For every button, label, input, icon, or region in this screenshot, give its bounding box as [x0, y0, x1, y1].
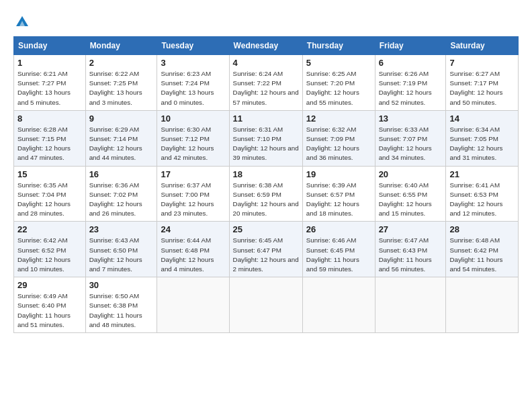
calendar-cell: 12Sunrise: 6:32 AMSunset: 7:09 PMDayligh… — [302, 110, 375, 166]
calendar-week-row: 29Sunrise: 6:49 AMSunset: 6:40 PMDayligh… — [14, 277, 519, 333]
day-info: Sunrise: 6:38 AMSunset: 6:59 PMDaylight:… — [233, 181, 299, 219]
day-info: Sunrise: 6:24 AMSunset: 7:22 PMDaylight:… — [233, 69, 299, 107]
calendar-cell: 28Sunrise: 6:48 AMSunset: 6:42 PMDayligh… — [446, 222, 519, 277]
day-number: 5 — [306, 58, 371, 68]
day-info: Sunrise: 6:33 AMSunset: 7:07 PMDaylight:… — [379, 125, 443, 163]
calendar-cell: 15Sunrise: 6:35 AMSunset: 7:04 PMDayligh… — [14, 166, 86, 222]
day-number: 4 — [233, 58, 299, 68]
calendar-week-row: 1Sunrise: 6:21 AMSunset: 7:27 PMDaylight… — [14, 55, 519, 111]
day-info: Sunrise: 6:47 AMSunset: 6:43 PMDaylight:… — [379, 236, 443, 274]
calendar-cell: 25Sunrise: 6:45 AMSunset: 6:47 PMDayligh… — [229, 222, 302, 277]
calendar-cell: 1Sunrise: 6:21 AMSunset: 7:27 PMDaylight… — [14, 55, 86, 111]
day-number: 17 — [161, 169, 225, 179]
day-number: 11 — [233, 113, 299, 124]
day-info: Sunrise: 6:39 AMSunset: 6:57 PMDaylight:… — [306, 181, 371, 219]
calendar-cell: 5Sunrise: 6:25 AMSunset: 7:20 PMDaylight… — [302, 55, 375, 111]
day-of-week-header: Wednesday — [229, 37, 302, 55]
calendar-cell: 14Sunrise: 6:34 AMSunset: 7:05 PMDayligh… — [446, 110, 519, 166]
day-info: Sunrise: 6:35 AMSunset: 7:04 PMDaylight:… — [17, 181, 82, 219]
calendar-cell — [375, 277, 446, 333]
calendar-cell: 4Sunrise: 6:24 AMSunset: 7:22 PMDaylight… — [229, 55, 302, 111]
calendar-cell: 11Sunrise: 6:31 AMSunset: 7:10 PMDayligh… — [229, 110, 302, 166]
day-info: Sunrise: 6:37 AMSunset: 7:00 PMDaylight:… — [161, 181, 225, 219]
calendar-cell: 20Sunrise: 6:40 AMSunset: 6:55 PMDayligh… — [375, 166, 446, 222]
calendar-cell: 13Sunrise: 6:33 AMSunset: 7:07 PMDayligh… — [375, 110, 446, 166]
day-info: Sunrise: 6:32 AMSunset: 7:09 PMDaylight:… — [306, 125, 371, 163]
day-number: 8 — [17, 113, 82, 124]
day-of-week-header: Thursday — [302, 37, 375, 55]
day-of-week-header: Sunday — [14, 37, 86, 55]
day-info: Sunrise: 6:27 AMSunset: 7:17 PMDaylight:… — [449, 69, 515, 107]
day-info: Sunrise: 6:21 AMSunset: 7:27 PMDaylight:… — [17, 69, 82, 107]
day-number: 15 — [17, 169, 82, 179]
day-info: Sunrise: 6:30 AMSunset: 7:12 PMDaylight:… — [161, 125, 225, 163]
calendar-cell: 7Sunrise: 6:27 AMSunset: 7:17 PMDaylight… — [446, 55, 519, 111]
calendar-cell: 19Sunrise: 6:39 AMSunset: 6:57 PMDayligh… — [302, 166, 375, 222]
day-number: 29 — [17, 280, 82, 290]
day-number: 26 — [306, 224, 371, 234]
day-info: Sunrise: 6:50 AMSunset: 6:38 PMDaylight:… — [89, 291, 154, 330]
calendar-cell: 2Sunrise: 6:22 AMSunset: 7:25 PMDaylight… — [85, 55, 157, 111]
day-info: Sunrise: 6:25 AMSunset: 7:20 PMDaylight:… — [306, 69, 371, 107]
calendar-table: SundayMondayTuesdayWednesdayThursdayFrid… — [13, 36, 519, 333]
calendar-cell — [446, 277, 519, 333]
day-info: Sunrise: 6:40 AMSunset: 6:55 PMDaylight:… — [379, 181, 443, 219]
day-number: 1 — [17, 58, 82, 68]
calendar-cell: 18Sunrise: 6:38 AMSunset: 6:59 PMDayligh… — [229, 166, 302, 222]
day-info: Sunrise: 6:48 AMSunset: 6:42 PMDaylight:… — [449, 236, 515, 274]
calendar-cell: 10Sunrise: 6:30 AMSunset: 7:12 PMDayligh… — [157, 110, 229, 166]
day-number: 7 — [449, 58, 515, 68]
day-of-week-header: Friday — [375, 37, 446, 55]
day-of-week-header: Monday — [85, 37, 157, 55]
day-info: Sunrise: 6:43 AMSunset: 6:50 PMDaylight:… — [89, 236, 154, 274]
day-info: Sunrise: 6:28 AMSunset: 7:15 PMDaylight:… — [17, 125, 82, 163]
day-info: Sunrise: 6:36 AMSunset: 7:02 PMDaylight:… — [89, 181, 154, 219]
calendar-cell: 3Sunrise: 6:23 AMSunset: 7:24 PMDaylight… — [157, 55, 229, 111]
day-number: 3 — [161, 58, 225, 68]
day-of-week-header: Tuesday — [157, 37, 229, 55]
calendar-cell: 8Sunrise: 6:28 AMSunset: 7:15 PMDaylight… — [14, 110, 86, 166]
page: SundayMondayTuesdayWednesdayThursdayFrid… — [0, 0, 532, 411]
day-info: Sunrise: 6:41 AMSunset: 6:53 PMDaylight:… — [449, 181, 515, 219]
day-info: Sunrise: 6:34 AMSunset: 7:05 PMDaylight:… — [449, 125, 515, 163]
day-number: 9 — [89, 113, 154, 124]
day-number: 28 — [449, 224, 515, 234]
logo-icon — [15, 13, 30, 28]
day-number: 6 — [379, 58, 443, 68]
calendar-cell: 21Sunrise: 6:41 AMSunset: 6:53 PMDayligh… — [446, 166, 519, 222]
day-of-week-header: Saturday — [446, 37, 519, 55]
calendar-cell: 30Sunrise: 6:50 AMSunset: 6:38 PMDayligh… — [85, 277, 157, 333]
calendar-header-row: SundayMondayTuesdayWednesdayThursdayFrid… — [14, 37, 519, 55]
day-number: 14 — [449, 113, 515, 124]
day-info: Sunrise: 6:26 AMSunset: 7:19 PMDaylight:… — [379, 69, 443, 107]
day-number: 18 — [233, 169, 299, 179]
day-number: 22 — [17, 224, 82, 234]
day-info: Sunrise: 6:42 AMSunset: 6:52 PMDaylight:… — [17, 236, 82, 274]
day-info: Sunrise: 6:31 AMSunset: 7:10 PMDaylight:… — [233, 125, 299, 163]
header — [13, 11, 519, 31]
day-info: Sunrise: 6:29 AMSunset: 7:14 PMDaylight:… — [89, 125, 154, 163]
day-number: 20 — [379, 169, 443, 179]
day-number: 13 — [379, 113, 443, 124]
calendar-cell: 24Sunrise: 6:44 AMSunset: 6:48 PMDayligh… — [157, 222, 229, 277]
day-number: 24 — [161, 224, 225, 234]
day-number: 27 — [379, 224, 443, 234]
calendar-cell: 9Sunrise: 6:29 AMSunset: 7:14 PMDaylight… — [85, 110, 157, 166]
day-info: Sunrise: 6:46 AMSunset: 6:45 PMDaylight:… — [306, 236, 371, 274]
day-info: Sunrise: 6:45 AMSunset: 6:47 PMDaylight:… — [233, 236, 299, 274]
day-number: 19 — [306, 169, 371, 179]
day-info: Sunrise: 6:49 AMSunset: 6:40 PMDaylight:… — [17, 291, 82, 330]
calendar-cell: 26Sunrise: 6:46 AMSunset: 6:45 PMDayligh… — [302, 222, 375, 277]
calendar-cell: 29Sunrise: 6:49 AMSunset: 6:40 PMDayligh… — [14, 277, 86, 333]
day-number: 10 — [161, 113, 225, 124]
calendar-cell: 27Sunrise: 6:47 AMSunset: 6:43 PMDayligh… — [375, 222, 446, 277]
calendar-cell — [229, 277, 302, 333]
calendar-cell: 6Sunrise: 6:26 AMSunset: 7:19 PMDaylight… — [375, 55, 446, 111]
calendar-cell: 16Sunrise: 6:36 AMSunset: 7:02 PMDayligh… — [85, 166, 157, 222]
day-number: 12 — [306, 113, 371, 124]
calendar-cell: 17Sunrise: 6:37 AMSunset: 7:00 PMDayligh… — [157, 166, 229, 222]
day-number: 25 — [233, 224, 299, 234]
day-number: 30 — [89, 280, 154, 290]
day-number: 2 — [89, 58, 154, 68]
calendar-cell — [157, 277, 229, 333]
